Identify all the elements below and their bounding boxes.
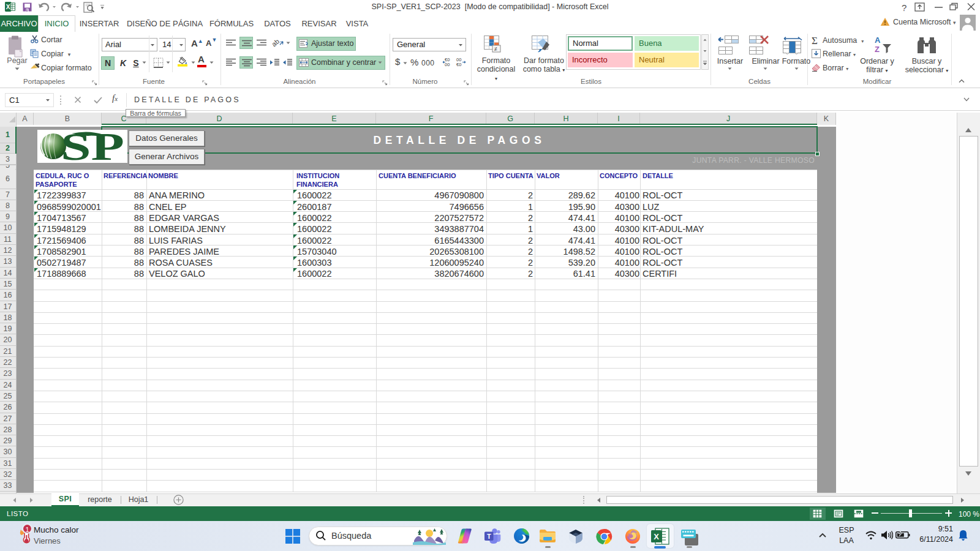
svg-text:Z: Z [875,45,880,54]
svg-text:A: A [875,36,881,45]
svg-text:?: ? [902,2,907,13]
svg-text:€0: €0 [456,62,461,67]
svg-text:≠: ≠ [494,46,497,52]
svg-text:X: X [654,532,659,541]
svg-text:ab: ab [272,37,281,48]
svg-text:00: 00 [445,62,450,67]
svg-text:T: T [487,533,491,540]
